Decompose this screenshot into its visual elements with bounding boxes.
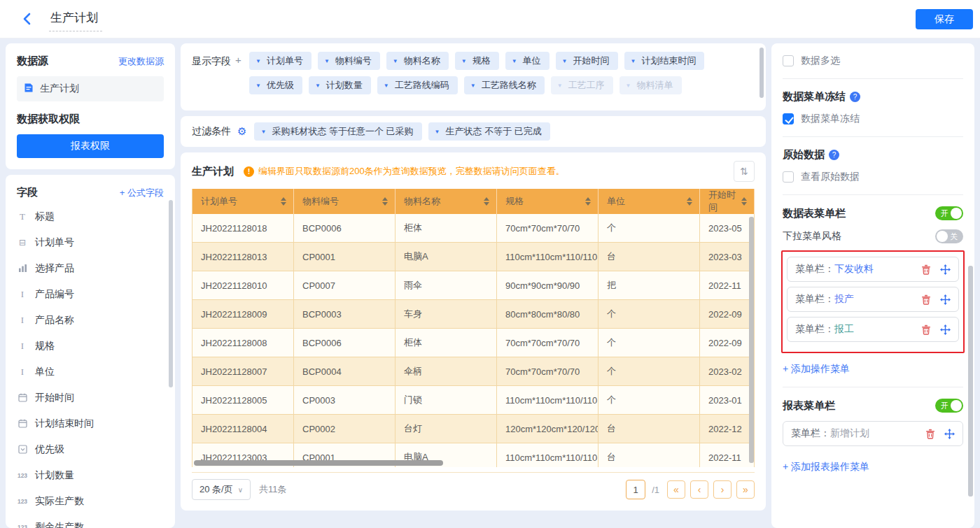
page-size-select[interactable]: 20 条/页 ∨: [192, 479, 251, 500]
move-icon[interactable]: [940, 294, 951, 305]
display-field-tag[interactable]: ▼单位: [505, 52, 550, 70]
raw-data-checkbox-row[interactable]: 查看原始数据: [783, 171, 963, 183]
menu-item-link[interactable]: 报工: [834, 323, 854, 336]
column-sort-icon[interactable]: [741, 197, 747, 206]
first-page-button[interactable]: «: [667, 480, 685, 499]
table-row[interactable]: JH20221128008 BCP0006 柜体 70cm*70cm*70/70…: [192, 329, 755, 357]
next-page-button[interactable]: ›: [713, 480, 732, 499]
change-datasource-link[interactable]: 更改数据源: [118, 55, 164, 68]
field-list-item[interactable]: 开始时间: [17, 385, 175, 411]
table-row[interactable]: JH20221128010 CP0007 雨伞 90cm*90cm*90/90 …: [192, 271, 755, 300]
display-field-tag-disabled[interactable]: ▼工艺工序: [551, 76, 613, 94]
delete-icon[interactable]: [921, 324, 931, 335]
fields-scrollbar[interactable]: [169, 200, 173, 387]
table-row[interactable]: JH20221128004 CP0002 台灯 120cm*120cm*120/…: [192, 415, 755, 443]
table-vertical-scrollbar[interactable]: [749, 217, 754, 463]
column-sort-icon[interactable]: [585, 197, 591, 206]
column-sort-icon[interactable]: [382, 197, 388, 206]
field-list-item[interactable]: I 单位: [17, 359, 175, 385]
display-fields-scrollbar[interactable]: [760, 48, 764, 98]
table-row[interactable]: JH20221128013 CP0001 电脑A 110cm*110cm*110…: [192, 243, 755, 271]
move-icon[interactable]: [940, 264, 951, 275]
page-title[interactable]: 生产计划: [49, 10, 102, 31]
sort-order-button[interactable]: ⇅: [734, 161, 755, 182]
menu-item-link[interactable]: 投产: [834, 293, 854, 306]
display-field-tag[interactable]: ▼计划单号: [249, 52, 312, 70]
field-list-item[interactable]: 优先级: [17, 436, 175, 462]
table-row[interactable]: JH20221128007 BCP0004 伞柄 70cm*70cm*70/70…: [192, 357, 755, 386]
column-sort-icon[interactable]: [687, 197, 692, 206]
table-column-header[interactable]: 开始时间: [700, 189, 755, 214]
field-list-item[interactable]: 123 剩余生产数: [17, 514, 175, 528]
data-menu-toggle-on[interactable]: 开: [935, 206, 963, 220]
freeze-checkbox-row[interactable]: 数据菜单冻结: [783, 113, 963, 125]
display-field-tag[interactable]: ▼优先级: [249, 76, 302, 94]
settings-scrollbar[interactable]: [968, 266, 973, 497]
delete-icon[interactable]: [921, 264, 931, 275]
dropdown-style-toggle-off[interactable]: 关: [935, 229, 963, 243]
display-field-tag[interactable]: ▼物料编号: [318, 52, 380, 70]
field-list-item[interactable]: 计划结束时间: [17, 411, 175, 436]
display-field-tag[interactable]: ▼工艺路线编码: [377, 76, 458, 94]
data-menu-item[interactable]: 菜单栏： 投产: [787, 287, 959, 312]
checkbox-checked-icon[interactable]: [783, 113, 794, 124]
table-row[interactable]: JH20221128018 BCP0006 柜体 70cm*70cm*70/70…: [192, 214, 755, 243]
divider: [783, 387, 963, 387]
back-icon[interactable]: [20, 11, 35, 27]
checkbox-unchecked-icon[interactable]: [783, 55, 794, 66]
display-field-tag[interactable]: ▼计划结束时间: [624, 52, 705, 70]
move-icon[interactable]: [944, 429, 955, 439]
table-column-header[interactable]: 物料编号: [294, 189, 396, 214]
delete-icon[interactable]: [925, 429, 935, 439]
page-number-input[interactable]: 1: [626, 480, 645, 499]
field-list-item[interactable]: 123 计划数量: [17, 462, 175, 488]
add-formula-field-link[interactable]: + 公式字段: [120, 187, 164, 199]
help-icon[interactable]: ?: [829, 150, 839, 160]
gear-icon[interactable]: ⚙: [237, 125, 246, 138]
display-field-tag[interactable]: ▼计划数量: [309, 76, 371, 94]
help-icon[interactable]: ?: [850, 92, 860, 102]
display-field-tag-disabled[interactable]: ▼物料清单: [620, 76, 682, 94]
table-column-header[interactable]: 物料名称: [396, 189, 497, 214]
add-report-menu-link[interactable]: + 添加报表操作菜单: [783, 461, 869, 473]
data-menu-item[interactable]: 菜单栏： 下发收料: [787, 257, 959, 282]
move-icon[interactable]: [940, 324, 951, 335]
menu-item-link[interactable]: 下发收料: [834, 263, 874, 276]
table-row[interactable]: JH20221128005 CP0003 门锁 110cm*110cm*110/…: [192, 386, 755, 415]
divider: [783, 78, 963, 79]
filter-condition-tag[interactable]: ▼生产状态 不等于 已完成: [428, 122, 550, 141]
delete-icon[interactable]: [921, 294, 931, 305]
add-display-field-button[interactable]: +: [235, 54, 241, 66]
field-list-item[interactable]: 选择产品: [17, 255, 175, 281]
display-field-tag[interactable]: ▼工艺路线名称: [464, 76, 545, 94]
table-column-header[interactable]: 计划单号: [192, 189, 294, 214]
last-page-button[interactable]: »: [736, 480, 755, 499]
field-list-item[interactable]: T 标题: [17, 204, 175, 229]
field-list-item[interactable]: ⊟ 计划单号: [17, 229, 175, 255]
table-row[interactable]: JH20221128009 BCP0003 车身 80cm*80cm*80/80…: [192, 300, 755, 329]
report-menu-toggle-on[interactable]: 开: [935, 399, 963, 413]
save-button[interactable]: 保存: [916, 9, 973, 29]
field-list-item[interactable]: 123 实际生产数: [17, 488, 175, 514]
report-menu-item[interactable]: 菜单栏： 新增计划: [783, 421, 963, 446]
column-sort-icon[interactable]: [484, 197, 489, 206]
display-field-tag[interactable]: ▼物料名称: [386, 52, 449, 70]
filter-condition-tag[interactable]: ▼采购耗材状态 等于任意一个 已采购: [254, 122, 421, 141]
datasource-item[interactable]: 生产计划: [17, 76, 164, 101]
field-list-item[interactable]: I 产品名称: [17, 307, 175, 333]
column-sort-icon[interactable]: [281, 197, 286, 206]
display-field-tag[interactable]: ▼规格: [455, 52, 499, 70]
prev-page-button[interactable]: ‹: [690, 480, 708, 499]
checkbox-unchecked-icon[interactable]: [783, 171, 794, 183]
table-column-header[interactable]: 单位: [598, 189, 700, 214]
field-list-item[interactable]: I 规格: [17, 333, 175, 359]
table-horizontal-scrollbar[interactable]: [194, 460, 443, 466]
report-permission-button[interactable]: 报表权限: [17, 134, 164, 158]
multi-select-checkbox-row[interactable]: 数据多选: [783, 55, 963, 67]
table-column-header[interactable]: 规格: [497, 189, 598, 214]
menu-item-link[interactable]: 新增计划: [830, 427, 869, 440]
field-list-item[interactable]: I 产品编号: [17, 281, 175, 307]
display-field-tag[interactable]: ▼开始时间: [556, 52, 618, 70]
data-menu-item[interactable]: 菜单栏： 报工: [787, 317, 959, 342]
add-action-menu-link[interactable]: + 添加操作菜单: [783, 363, 850, 376]
